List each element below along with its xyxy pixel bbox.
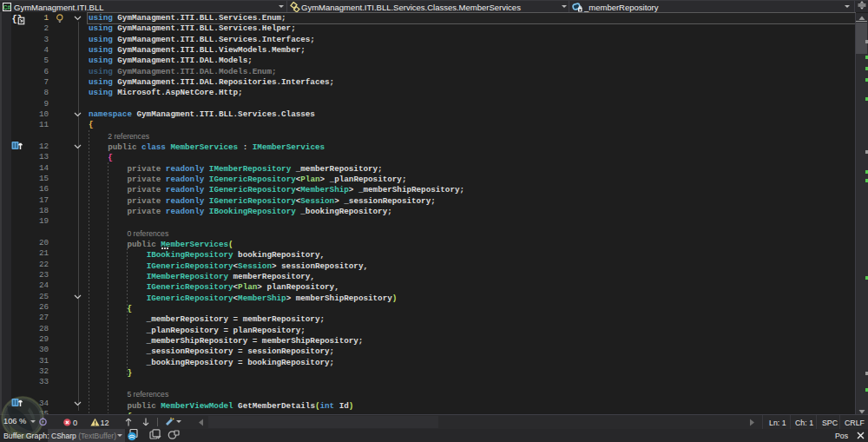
svg-text:C#: C# (3, 4, 11, 10)
